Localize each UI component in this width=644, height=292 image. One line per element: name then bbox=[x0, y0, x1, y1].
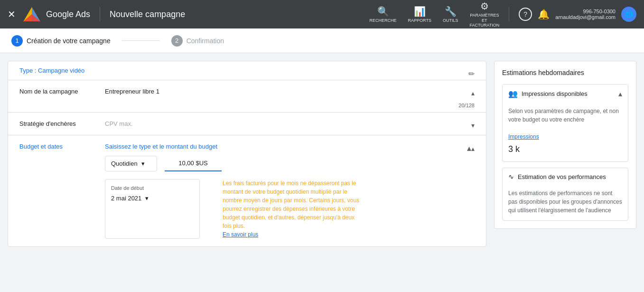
top-navigation: ✕ Google Ads Nouvelle campagne 🔍 RECHERC… bbox=[0, 0, 644, 28]
nav-icons: 🔍 RECHERCHE 📊 RAPPORTS 🔧 OUTILS ⚙ PARAMÈ… bbox=[370, 0, 500, 28]
budget-info-link[interactable]: En savoir plus bbox=[223, 231, 258, 238]
logo-icon bbox=[23, 7, 40, 21]
performance-section-title-row: ∿ Estimation de vos performances bbox=[508, 173, 606, 180]
budget-info-main: Les frais facturés pour le mois ne dépas… bbox=[223, 180, 359, 229]
impressions-icon: 👥 bbox=[508, 89, 518, 98]
campaign-type-text: Type : Campagne vidéo bbox=[19, 67, 84, 74]
budget-info-text: Les frais facturés pour le mois ne dépas… bbox=[223, 179, 365, 239]
reports-icon: 📊 bbox=[414, 6, 426, 17]
date-start-value: 2 mai 2021 bbox=[111, 195, 141, 202]
impressions-description: Selon vos paramètres de campagne, et non… bbox=[508, 108, 619, 123]
date-start-label: Date de début bbox=[111, 185, 194, 191]
budget-header: Budget et dates Saisissez le type et le … bbox=[19, 143, 475, 239]
avatar-icon: 🌐 bbox=[625, 10, 633, 18]
nav-tools[interactable]: 🔧 OUTILS bbox=[443, 6, 458, 23]
performance-description: Les estimations de performances ne sont … bbox=[508, 190, 622, 214]
budget-amount-input[interactable]: 10,00 $US bbox=[165, 156, 222, 171]
budget-instruction: Saisissez le type et le montant du budge… bbox=[105, 143, 475, 150]
search-icon: 🔍 bbox=[377, 6, 389, 17]
performance-section: ∿ Estimation de vos performances Les est… bbox=[502, 168, 628, 221]
step-1-label: Création de votre campagne bbox=[27, 37, 111, 45]
nav-settings[interactable]: ⚙ PARAMÈTRESETFACTURATION bbox=[469, 0, 499, 28]
performance-chart-icon: ∿ bbox=[508, 173, 514, 180]
performance-section-content: Les estimations de performances ne sont … bbox=[503, 185, 628, 220]
impressions-section-title-row: 👥 Impressions disponibles bbox=[508, 89, 588, 98]
reports-label: RAPPORTS bbox=[408, 18, 431, 23]
stepper-bar: 1 Création de votre campagne 2 Confirmat… bbox=[0, 28, 644, 53]
performance-section-header[interactable]: ∿ Estimation de vos performances bbox=[503, 168, 628, 185]
impressions-collapse-icon[interactable]: ▴ bbox=[618, 89, 622, 98]
strategy-label: Stratégie d'enchères bbox=[19, 120, 105, 127]
app-name: Google Ads bbox=[46, 9, 90, 19]
settings-label: PARAMÈTRESETFACTURATION bbox=[469, 13, 499, 28]
search-label: RECHERCHE bbox=[370, 18, 397, 23]
sidebar: Estimations hebdomadaires 👥 Impressions … bbox=[494, 61, 636, 229]
nav-divider bbox=[100, 7, 100, 21]
step-2: 2 Confirmation bbox=[171, 35, 224, 47]
performance-title: Estimation de vos performances bbox=[518, 173, 606, 180]
campaign-type-value: Campagne vidéo bbox=[38, 67, 84, 74]
budget-collapse-button[interactable]: ▴ bbox=[467, 143, 475, 153]
step-2-circle: 2 bbox=[171, 35, 183, 47]
nav-reports[interactable]: 📊 RAPPORTS bbox=[408, 6, 431, 23]
user-info: 996-750-0300 arnauldadjovi@gmail.com bbox=[555, 9, 616, 20]
budget-type-dropdown[interactable]: Quotidien ▾ bbox=[105, 156, 157, 171]
step-1-circle: 1 bbox=[11, 35, 23, 47]
campaign-type-label: Type : bbox=[19, 67, 38, 74]
impressions-stat: 3 k bbox=[508, 143, 622, 156]
impressions-link[interactable]: Impressions bbox=[508, 133, 539, 140]
budget-section: Budget et dates Saisissez le type et le … bbox=[8, 135, 486, 246]
close-button[interactable]: ✕ bbox=[8, 9, 16, 20]
step-connector bbox=[122, 40, 160, 41]
page-title: Nouvelle campagne bbox=[110, 9, 185, 19]
campaign-name-label: Nom de la campagne bbox=[19, 88, 105, 95]
budget-instruction-link[interactable]: le montant du budget bbox=[159, 143, 217, 150]
strategy-section: Stratégie d'enchères CPV max. bbox=[8, 113, 486, 135]
date-start-value-row: 2 mai 2021 ▾ bbox=[111, 195, 194, 202]
settings-icon: ⚙ bbox=[480, 0, 489, 12]
sidebar-title: Estimations hebdomadaires bbox=[502, 69, 628, 76]
tools-icon: 🔧 bbox=[445, 6, 457, 17]
budget-label: Budget et dates bbox=[19, 143, 105, 150]
impressions-section-header[interactable]: 👥 Impressions disponibles ▴ bbox=[503, 85, 628, 103]
help-button[interactable]: ? bbox=[519, 8, 532, 21]
impressions-section-content: Selon vos paramètres de campagne, et non… bbox=[503, 103, 628, 161]
main-content: Type : Campagne vidéo Nom de la campagne… bbox=[8, 61, 486, 247]
budget-type-chevron-icon: ▾ bbox=[141, 160, 145, 167]
campaign-name-value[interactable]: Entrepreneur libre 1 bbox=[105, 88, 475, 95]
impressions-title: Impressions disponibles bbox=[522, 90, 588, 97]
user-avatar[interactable]: 🌐 bbox=[621, 7, 636, 22]
impressions-section: 👥 Impressions disponibles ▴ Selon vos pa… bbox=[502, 84, 628, 162]
user-phone: 996-750-0300 bbox=[583, 9, 616, 14]
budget-row: Quotidien ▾ 10,00 $US bbox=[105, 156, 475, 171]
budget-dates-row: Date de début 2 mai 2021 ▾ Les frais fac… bbox=[105, 179, 475, 239]
campaign-type-row: Type : Campagne vidéo bbox=[8, 61, 486, 80]
campaign-name-collapse-button[interactable] bbox=[471, 88, 475, 98]
nav-search[interactable]: 🔍 RECHERCHE bbox=[370, 6, 397, 23]
tools-label: OUTILS bbox=[443, 18, 458, 23]
strategy-expand-button[interactable] bbox=[471, 120, 475, 130]
step-1: 1 Création de votre campagne bbox=[11, 35, 111, 47]
budget-content: Saisissez le type et le montant du budge… bbox=[105, 143, 475, 239]
main-layout: Type : Campagne vidéo Nom de la campagne… bbox=[0, 53, 644, 254]
date-start-section: Date de début 2 mai 2021 ▾ bbox=[105, 179, 200, 239]
step-2-label: Confirmation bbox=[187, 37, 224, 45]
strategy-value: CPV max. bbox=[105, 120, 133, 127]
nav-divider-2 bbox=[509, 7, 509, 21]
campaign-name-counter: 20/128 bbox=[8, 103, 486, 112]
notification-bell-icon[interactable]: 🔔 bbox=[538, 9, 550, 20]
campaign-name-header: Nom de la campagne Entrepreneur libre 1 bbox=[8, 80, 486, 103]
campaign-type-edit-button[interactable] bbox=[468, 69, 475, 79]
user-email: arnauldadjovi@gmail.com bbox=[555, 14, 616, 20]
date-start-chevron-icon[interactable]: ▾ bbox=[145, 195, 149, 202]
google-ads-logo bbox=[23, 7, 40, 21]
campaign-name-section: Nom de la campagne Entrepreneur libre 1 … bbox=[8, 80, 486, 113]
budget-instruction-prefix: Saisissez le type et bbox=[105, 143, 159, 150]
budget-type-value: Quotidien bbox=[111, 160, 138, 167]
